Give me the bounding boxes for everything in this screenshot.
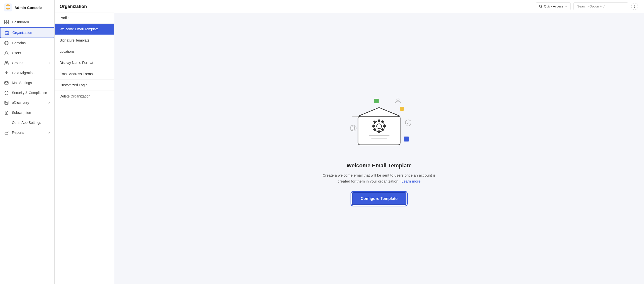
grid2-icon [4, 120, 9, 125]
download-icon [4, 70, 9, 75]
topbar: Quick Access ▼ ? [114, 0, 644, 13]
svg-rect-36 [372, 125, 375, 127]
submenu-item-locations[interactable]: Locations [54, 46, 114, 57]
shield-icon [4, 90, 9, 95]
svg-point-11 [7, 62, 8, 63]
svg-line-24 [542, 7, 542, 8]
user-icon [4, 51, 9, 55]
content-main: Welcome Email Template Create a welcome … [114, 13, 644, 284]
sidebar-item-mail-settings[interactable]: Mail Settings [0, 78, 54, 88]
submenu-item-email-address[interactable]: Email Address Format [54, 68, 114, 80]
svg-point-28 [397, 98, 399, 100]
configure-template-button[interactable]: Configure Template [352, 192, 406, 205]
svg-point-10 [5, 62, 6, 63]
submenu-header: Organization [54, 0, 114, 13]
save-icon [4, 100, 9, 105]
external-icon: ⤢ [48, 101, 50, 104]
decoration-green-square [374, 99, 378, 103]
content-heading: Welcome Email Template [346, 162, 412, 169]
svg-rect-34 [378, 120, 380, 122]
users-icon [4, 60, 9, 65]
svg-point-18 [5, 121, 6, 122]
quick-access-label: Quick Access [544, 5, 563, 8]
svg-point-21 [7, 123, 8, 124]
sidebar-item-label: Other App Settings [12, 121, 41, 124]
sidebar-nav: Dashboard Organization Domains Users [0, 15, 54, 284]
svg-rect-4 [7, 22, 8, 24]
sidebar-title: Admin Console [14, 6, 42, 10]
welcome-email-illustration [340, 92, 419, 157]
sidebar-item-label: Domains [12, 41, 26, 45]
svg-rect-35 [378, 130, 380, 133]
help-button[interactable]: ? [631, 3, 638, 10]
sidebar-item-domains[interactable]: Domains [0, 38, 54, 48]
sidebar-item-label: Users [12, 51, 21, 55]
submenu-item-display-name[interactable]: Display Name Format [54, 57, 114, 68]
sidebar-item-subscription[interactable]: Subscription [0, 108, 54, 118]
quick-access-button[interactable]: Quick Access ▼ [536, 3, 570, 10]
svg-rect-15 [5, 103, 8, 104]
chevron-right-icon: › [50, 61, 50, 65]
submenu-item-welcome-email[interactable]: Welcome Email Template [54, 24, 114, 35]
search-input[interactable] [574, 3, 628, 10]
sidebar-item-organization[interactable]: Organization [0, 27, 54, 38]
svg-rect-2 [7, 20, 8, 22]
person-decoration [394, 97, 402, 106]
sidebar-item-label: eDiscovery [12, 101, 29, 105]
decoration-blue-square [404, 136, 409, 141]
building-icon [4, 30, 10, 35]
search-icon [539, 5, 542, 8]
chevron-down-icon: ▼ [565, 5, 567, 8]
sidebar: Admin Console Dashboard Organization Dom… [0, 0, 54, 284]
envelope-illustration [354, 105, 404, 148]
content-area: Quick Access ▼ ? [114, 0, 644, 284]
mail-icon [4, 80, 9, 85]
chart-icon [4, 130, 9, 135]
sidebar-item-dashboard[interactable]: Dashboard [0, 17, 54, 27]
sidebar-item-label: Data Migration [12, 71, 34, 75]
sidebar-item-label: Mail Settings [12, 81, 32, 85]
sidebar-item-other-app[interactable]: Other App Settings [0, 118, 54, 127]
external-icon2: ⤢ [48, 131, 50, 134]
svg-rect-1 [4, 20, 6, 22]
help-icon: ? [634, 5, 636, 9]
svg-point-19 [7, 121, 8, 122]
sidebar-header: Admin Console [0, 0, 54, 15]
sidebar-item-label: Reports [12, 130, 24, 134]
sidebar-item-data-migration[interactable]: Data Migration [0, 68, 54, 78]
submenu-item-delete-org[interactable]: Delete Organization [54, 91, 114, 102]
app-logo [4, 4, 12, 12]
submenu-item-profile[interactable]: Profile [54, 13, 114, 24]
sidebar-item-reports[interactable]: Reports ⤢ [0, 127, 54, 137]
svg-rect-12 [5, 82, 8, 84]
globe-icon [4, 41, 9, 46]
learn-more-link[interactable]: Learn more [402, 179, 420, 183]
submenu-item-customized-login[interactable]: Customized Login [54, 80, 114, 91]
sidebar-item-users[interactable]: Users [0, 48, 54, 58]
svg-point-20 [5, 123, 6, 124]
svg-rect-37 [383, 125, 386, 127]
file-icon [4, 110, 9, 115]
submenu-item-signature[interactable]: Signature Template [54, 35, 114, 46]
sidebar-item-label: Security & Compliance [12, 91, 47, 95]
svg-rect-14 [6, 101, 7, 102]
submenu-panel: Organization Profile Welcome Email Templ… [54, 0, 114, 284]
sidebar-item-groups[interactable]: Groups › [0, 58, 54, 68]
sidebar-item-label: Groups [12, 61, 23, 65]
content-description: Create a welcome email that will be sent… [317, 172, 441, 184]
svg-rect-3 [4, 22, 6, 24]
grid-icon [4, 20, 9, 25]
sidebar-item-security[interactable]: Security & Compliance [0, 88, 54, 98]
sidebar-item-label: Subscription [12, 111, 31, 115]
shield-decoration [405, 119, 412, 127]
sidebar-item-label: Dashboard [12, 20, 29, 24]
sidebar-item-ediscovery[interactable]: eDiscovery ⤢ [0, 98, 54, 108]
sidebar-item-label: Organization [12, 31, 32, 35]
main-area: Organization Profile Welcome Email Templ… [54, 0, 644, 284]
